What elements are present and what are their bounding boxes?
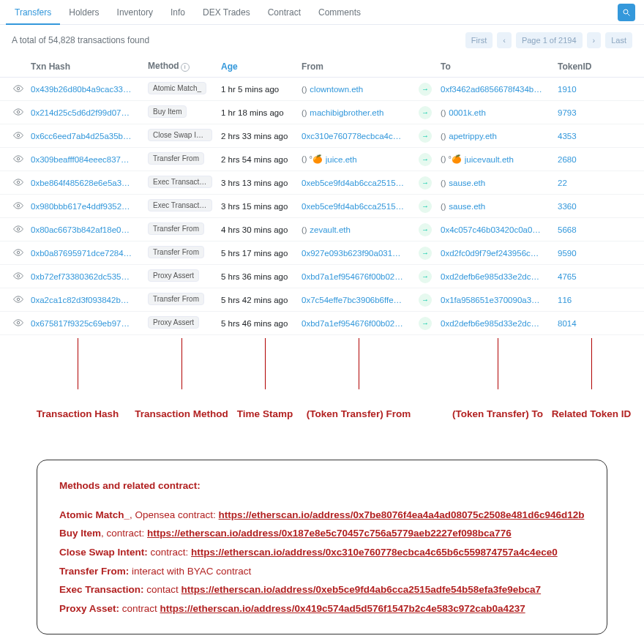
eye-icon[interactable] xyxy=(6,177,31,189)
token-id-link[interactable]: 2680 xyxy=(558,155,609,164)
txn-hash-link[interactable]: 0x439b26d80b4a9cac33… xyxy=(31,85,148,94)
txn-hash-link[interactable]: 0xb0a87695971dce7284… xyxy=(31,249,148,258)
info-icon[interactable]: i xyxy=(181,63,190,72)
contract-link[interactable]: https://etherscan.io/address/0xeb5ce9fd4… xyxy=(181,584,542,595)
eye-icon[interactable] xyxy=(6,130,31,142)
method-line: Exec Transaction: contact https://ethers… xyxy=(59,580,585,599)
token-id-link[interactable]: 3360 xyxy=(558,202,609,211)
method-pill: Transfer From xyxy=(148,152,204,165)
eye-icon[interactable] xyxy=(6,247,31,259)
txn-hash-link[interactable]: 0x980bbb617e4ddf9352… xyxy=(31,202,148,211)
table-row: 0x980bbb617e4ddf9352…Exec Transaction3 h… xyxy=(0,195,644,218)
from-address[interactable]: 0x7c54effe7bc3906b6ffe… xyxy=(302,296,419,304)
from-address[interactable]: ()zevault.eth xyxy=(302,225,419,234)
svg-point-8 xyxy=(17,228,20,231)
eye-icon[interactable] xyxy=(6,271,31,282)
pager-prev[interactable]: ‹ xyxy=(497,32,512,48)
method-pill: Exec Transaction xyxy=(148,199,212,211)
tab-contract[interactable]: Contract xyxy=(259,0,310,25)
eye-icon[interactable] xyxy=(6,318,31,329)
age-value: 5 hrs 46 mins ago xyxy=(221,319,302,328)
txn-hash-link[interactable]: 0xb72ef73380362dc535… xyxy=(31,272,148,281)
tab-comments[interactable]: Comments xyxy=(310,0,370,25)
token-id-link[interactable]: 22 xyxy=(558,179,609,187)
token-id-link[interactable]: 4765 xyxy=(558,272,609,281)
col-to[interactable]: To xyxy=(441,61,558,72)
eye-icon[interactable] xyxy=(6,107,31,119)
from-address[interactable]: 0xc310e760778ecbca4c… xyxy=(302,132,419,141)
tab-info[interactable]: Info xyxy=(162,0,194,25)
txn-hash-link[interactable]: 0x309beafff084eeec837… xyxy=(31,155,148,164)
pager-last[interactable]: Last xyxy=(605,32,632,48)
summary-row: A total of 54,828 transactions found Fir… xyxy=(0,25,644,56)
search-button[interactable] xyxy=(618,4,635,21)
from-address[interactable]: 0xeb5ce9fd4ab6cca2515… xyxy=(302,179,419,187)
token-id-link[interactable]: 8014 xyxy=(558,319,609,328)
tab-inventory[interactable]: Inventory xyxy=(108,0,162,25)
to-address[interactable]: ()sause.eth xyxy=(441,179,558,187)
method-line: Proxy Asset: contract https://etherscan.… xyxy=(59,599,585,618)
eye-icon[interactable] xyxy=(6,201,31,212)
contract-link[interactable]: https://etherscan.io/address/0x7be8076f4… xyxy=(219,509,585,520)
contract-icon: () xyxy=(302,108,307,117)
age-value: 2 hrs 33 mins ago xyxy=(221,132,302,141)
to-address[interactable]: 0xd2defb6e985d33e2dc… xyxy=(441,272,558,281)
tab-transfers[interactable]: Transfers xyxy=(6,0,60,25)
to-address[interactable]: () °🍊juicevault.eth xyxy=(441,154,558,164)
to-address[interactable]: 0xd2fc0d9f79ef243956c… xyxy=(441,249,558,258)
from-address[interactable]: 0xbd7a1ef954676f00b02… xyxy=(302,319,419,328)
token-id-link[interactable]: 9590 xyxy=(558,249,609,258)
from-address[interactable]: 0xeb5ce9fd4ab6cca2515… xyxy=(302,202,419,211)
txn-hash-link[interactable]: 0xbe864f485628e6e5a3… xyxy=(31,179,148,187)
age-value: 3 hrs 13 mins ago xyxy=(221,179,302,187)
col-age[interactable]: Age xyxy=(221,61,302,72)
from-address[interactable]: ()clowntown.eth xyxy=(302,85,419,94)
txn-hash-link[interactable]: 0x6cc6eed7ab4d25a35b… xyxy=(31,132,148,141)
txn-hash-link[interactable]: 0xa2ca1c82d3f093842b… xyxy=(31,296,148,304)
eye-icon[interactable] xyxy=(6,224,31,236)
col-hash[interactable]: Txn Hash xyxy=(31,61,148,72)
contract-link[interactable]: https://etherscan.io/address/0xc310e7607… xyxy=(191,547,558,558)
token-id-link[interactable]: 9793 xyxy=(558,108,609,117)
table-row: 0x6cc6eed7ab4d25a35b…Close Swap Inten…2 … xyxy=(0,124,644,148)
eye-icon[interactable] xyxy=(6,83,31,95)
token-id-link[interactable]: 5668 xyxy=(558,225,609,234)
tab-dex-trades[interactable]: DEX Trades xyxy=(194,0,259,25)
col-from[interactable]: From xyxy=(302,61,419,72)
txn-hash-link[interactable]: 0x675817f9325c69eb97… xyxy=(31,319,148,328)
from-address[interactable]: () °🍊juice.eth xyxy=(302,154,419,164)
col-token[interactable]: TokenID xyxy=(558,61,609,72)
pager-first[interactable]: First xyxy=(465,32,493,48)
to-address[interactable]: ()apetrippy.eth xyxy=(441,132,558,141)
col-method[interactable]: Methodi xyxy=(148,61,221,72)
txn-hash-link[interactable]: 0x214d25c5d6d2f99d07… xyxy=(31,108,148,117)
to-address[interactable]: 0x1fa958651e370090a3… xyxy=(441,296,558,304)
token-id-link[interactable]: 4353 xyxy=(558,132,609,141)
token-id-link[interactable]: 1910 xyxy=(558,85,609,94)
svg-point-12 xyxy=(17,321,20,324)
to-address[interactable]: ()sause.eth xyxy=(441,202,558,211)
method-pill: Transfer From xyxy=(148,293,204,305)
method-pill: Close Swap Inten… xyxy=(148,129,212,141)
contract-link[interactable]: https://etherscan.io/address/0x187e8e5c7… xyxy=(147,528,512,539)
table-row: 0xb0a87695971dce7284…Transfer From5 hrs … xyxy=(0,242,644,265)
method-pill: Transfer From xyxy=(148,246,204,258)
age-value: 1 hr 18 mins ago xyxy=(221,108,302,117)
method-pill: Proxy Assert xyxy=(148,269,199,282)
to-address[interactable]: 0x4c057c46b03420c0a0… xyxy=(441,225,558,234)
from-address[interactable]: ()machibigbrother.eth xyxy=(302,108,419,117)
table-row: 0x80ac6673b842af18e0…Transfer From4 hrs … xyxy=(0,218,644,242)
pager-next[interactable]: › xyxy=(587,32,602,48)
to-address[interactable]: 0xd2defb6e985d33e2dc… xyxy=(441,319,558,328)
contract-link[interactable]: https://etherscan.io/address/0x419c574ad… xyxy=(160,603,525,614)
to-address[interactable]: 0xf3462ad6856678f434b… xyxy=(441,85,558,94)
age-value: 5 hrs 42 mins ago xyxy=(221,296,302,304)
eye-icon[interactable] xyxy=(6,294,31,306)
token-id-link[interactable]: 116 xyxy=(558,296,609,304)
to-address[interactable]: ()0001k.eth xyxy=(441,108,558,117)
from-address[interactable]: 0xbd7a1ef954676f00b02… xyxy=(302,272,419,281)
txn-hash-link[interactable]: 0x80ac6673b842af18e0… xyxy=(31,225,148,234)
from-address[interactable]: 0x927e093b623f90a031… xyxy=(302,249,419,258)
eye-icon[interactable] xyxy=(6,154,31,165)
tab-holders[interactable]: Holders xyxy=(60,0,108,25)
